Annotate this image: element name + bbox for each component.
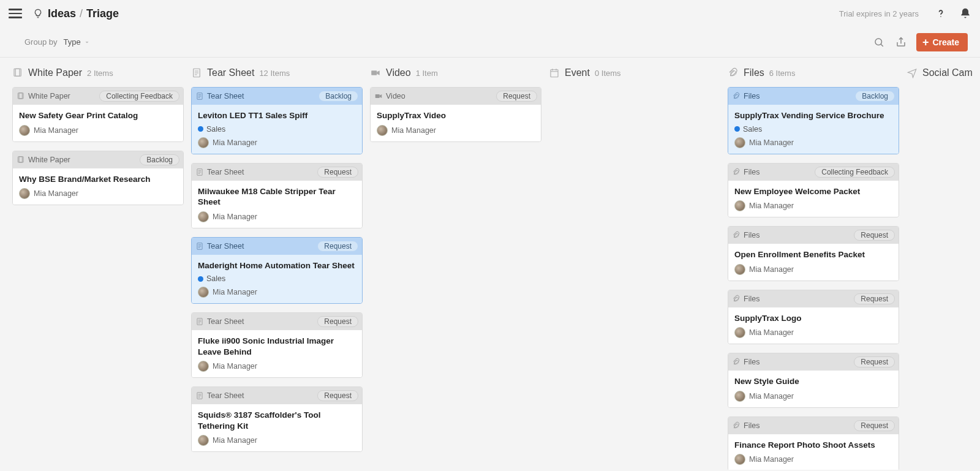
card-body: SupplyTrax LogoMia Manager — [728, 307, 899, 344]
status-badge: Backlog — [318, 91, 358, 102]
card-type: Tear Sheet — [195, 168, 244, 176]
card-header: Tear SheetRequest — [192, 387, 362, 404]
column-tearsheet: Tear Sheet12 Items Tear SheetBacklogLevi… — [191, 67, 366, 461]
create-button[interactable]: + Create — [916, 33, 968, 51]
card-title: Why BSE Brand/Market Research — [19, 174, 177, 185]
card-body: SupplyTrax VideoMia Manager — [371, 105, 541, 141]
column-header[interactable]: White Paper2 Items — [12, 67, 187, 78]
column-title: Social Cam — [922, 67, 973, 78]
avatar — [734, 264, 745, 275]
tearsheet-icon — [191, 67, 202, 78]
card-header: FilesCollecting Feedback — [728, 164, 899, 181]
card-title: Squids® 3187 Scaffolder's Tool Tethering… — [198, 410, 356, 431]
card-header: Tear SheetRequest — [192, 238, 362, 255]
card-type: White Paper — [17, 92, 70, 100]
avatar — [19, 188, 30, 199]
avatar — [19, 125, 30, 136]
crumb-triage[interactable]: Triage — [86, 7, 119, 20]
share-icon[interactable] — [895, 37, 907, 48]
card[interactable]: VideoRequestSupplyTrax VideoMia Manager — [370, 87, 541, 142]
column-event: Event0 Items — [549, 67, 724, 87]
card[interactable]: Tear SheetRequestSquids® 3187 Scaffolder… — [191, 386, 363, 452]
card-type: Video — [374, 92, 405, 100]
help-icon[interactable] — [935, 7, 947, 20]
svg-point-1 — [875, 39, 882, 45]
card-owner: Mia Manager — [19, 188, 177, 199]
card-owner: Mia Manager — [734, 264, 892, 275]
avatar — [198, 211, 209, 222]
avatar — [734, 327, 745, 338]
avatar — [198, 137, 209, 148]
card-body: New Employee Welcome PacketMia Manager — [728, 181, 899, 217]
card[interactable]: White PaperCollecting FeedbackNew Safety… — [12, 87, 184, 142]
card-type: Tear Sheet — [195, 242, 244, 251]
svg-point-0 — [940, 16, 941, 17]
avatar — [198, 435, 209, 446]
card-tag: Sales — [198, 274, 356, 283]
status-badge: Request — [854, 356, 895, 367]
card-owner: Mia Manager — [198, 137, 356, 148]
status-badge: Request — [496, 91, 537, 102]
card-title: SupplyTrax Video — [377, 110, 535, 121]
column-header[interactable]: Event0 Items — [549, 67, 724, 78]
card[interactable]: Tear SheetBacklogLeviton LED TT1 Sales S… — [191, 87, 363, 154]
group-by-select[interactable]: Type — [63, 37, 90, 47]
card[interactable]: FilesRequestNew Style GuideMia Manager — [728, 353, 899, 408]
column-count: 2 Items — [87, 69, 113, 78]
card-title: Fluke ii900 Sonic Industrial Imager Leav… — [198, 336, 356, 357]
card-type: Files — [732, 421, 760, 430]
card-type: Files — [732, 231, 760, 239]
card[interactable]: FilesRequestOpen Enrollment Benefits Pac… — [728, 226, 899, 281]
search-icon[interactable] — [873, 37, 884, 48]
card[interactable]: FilesRequestSupplyTrax LogoMia Manager — [728, 290, 899, 345]
bell-icon[interactable] — [959, 7, 971, 20]
tag-dot-icon — [734, 126, 740, 132]
hamburger-menu[interactable] — [9, 7, 22, 20]
card-type: Tear Sheet — [195, 391, 244, 400]
tag-dot-icon — [198, 276, 203, 282]
card[interactable]: Tear SheetRequestMilwaukee M18 Cable Str… — [191, 163, 363, 228]
status-badge: Backlog — [855, 91, 895, 102]
card-owner: Mia Manager — [198, 211, 356, 222]
column-count: 1 Item — [416, 69, 438, 78]
column-count: 0 Items — [595, 69, 621, 78]
card-title: Milwaukee M18 Cable Stripper Tear Sheet — [198, 186, 356, 208]
card-body: Leviton LED TT1 Sales SpiffSalesMia Mana… — [192, 105, 362, 154]
tag-dot-icon — [198, 126, 203, 132]
card-owner: Mia Manager — [734, 454, 892, 465]
status-badge: Collecting Feedback — [815, 167, 895, 178]
status-badge: Request — [317, 241, 358, 252]
card-body: Squids® 3187 Scaffolder's Tool Tethering… — [192, 404, 362, 451]
card[interactable]: FilesBacklogSupplyTrax Vending Service B… — [728, 87, 899, 154]
card-header: White PaperCollecting Feedback — [13, 88, 183, 105]
card[interactable]: Tear SheetRequestMaderight Home Automati… — [191, 237, 363, 304]
card[interactable]: White PaperBacklogWhy BSE Brand/Market R… — [12, 151, 184, 206]
card-body: SupplyTrax Vending Service BrochureSales… — [728, 105, 899, 154]
card-type: Files — [732, 358, 760, 366]
chevron-down-icon — [83, 39, 91, 46]
card-owner: Mia Manager — [734, 391, 892, 402]
card-body: New Style GuideMia Manager — [728, 371, 899, 407]
card[interactable]: FilesRequestFinance Report Photo Shoot A… — [728, 416, 899, 470]
column-title: Event — [565, 67, 590, 78]
card-type: Tear Sheet — [195, 92, 244, 100]
avatar — [734, 391, 745, 402]
card[interactable]: Tear SheetRequestFluke ii900 Sonic Indus… — [191, 312, 363, 378]
card[interactable]: FilesCollecting FeedbackNew Employee Wel… — [728, 163, 899, 218]
column-header[interactable]: Video1 Item — [370, 67, 545, 78]
card-title: SupplyTrax Logo — [734, 313, 892, 324]
card-title: New Employee Welcome Packet — [734, 186, 892, 197]
card-title: SupplyTrax Vending Service Brochure — [734, 110, 892, 121]
card-owner: Mia Manager — [377, 125, 535, 136]
column-header[interactable]: Files6 Items — [728, 67, 903, 78]
card-header: FilesRequest — [728, 353, 899, 371]
column-header[interactable]: Social Cam — [907, 67, 980, 78]
card-owner: Mia Manager — [198, 287, 356, 298]
card-header: FilesRequest — [728, 227, 899, 244]
card-body: Fluke ii900 Sonic Industrial Imager Leav… — [192, 330, 362, 377]
status-badge: Request — [854, 420, 895, 431]
card-owner: Mia Manager — [734, 327, 892, 338]
column-header[interactable]: Tear Sheet12 Items — [191, 67, 366, 78]
crumb-ideas[interactable]: Ideas — [48, 7, 76, 20]
card-body: Finance Report Photo Shoot AssetsMia Man… — [728, 434, 899, 470]
